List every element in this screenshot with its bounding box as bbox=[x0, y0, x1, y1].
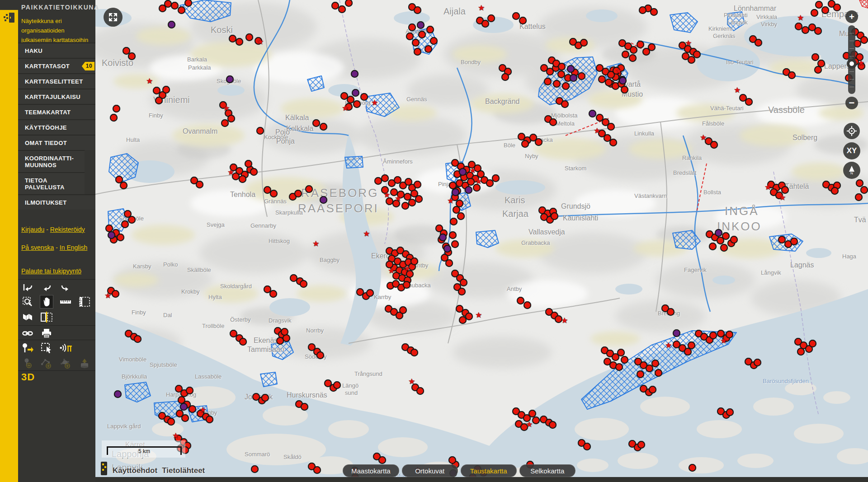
map-data-point[interactable] bbox=[637, 370, 644, 378]
sidebar-item-k-ytt-ohje[interactable]: KÄYTTÖOHJE bbox=[18, 119, 95, 135]
map-data-point[interactable] bbox=[720, 244, 728, 252]
map-data-point[interactable] bbox=[449, 231, 457, 239]
add-marker-button[interactable] bbox=[21, 342, 34, 354]
map-data-point[interactable] bbox=[814, 66, 822, 74]
map-data-point[interactable] bbox=[637, 41, 644, 48]
map-data-point[interactable] bbox=[788, 71, 796, 79]
terms-of-use-link[interactable]: Käyttöehdot bbox=[113, 466, 157, 476]
fullscreen-button[interactable] bbox=[104, 8, 123, 27]
map-data-point[interactable] bbox=[294, 190, 302, 197]
map-data-point[interactable] bbox=[630, 46, 637, 54]
map-data-point[interactable] bbox=[650, 8, 658, 16]
map-star-point[interactable]: ★ bbox=[858, 59, 864, 67]
map-data-point[interactable] bbox=[730, 236, 738, 243]
zoom-in-button[interactable]: + bbox=[845, 10, 858, 23]
map-data-point[interactable] bbox=[426, 26, 434, 33]
map-data-point[interactable] bbox=[860, 186, 868, 194]
map-data-point[interactable] bbox=[459, 316, 467, 324]
map-data-point[interactable] bbox=[261, 394, 269, 402]
map-data-point[interactable] bbox=[301, 403, 308, 411]
map-data-point[interactable] bbox=[667, 308, 675, 316]
map-data-point[interactable] bbox=[450, 218, 458, 225]
map-data-point[interactable] bbox=[619, 77, 627, 84]
map-data-point[interactable] bbox=[629, 54, 637, 62]
map-data-point[interactable] bbox=[366, 289, 374, 297]
map-data-point[interactable] bbox=[501, 73, 509, 81]
map-data-point[interactable] bbox=[443, 245, 451, 253]
map-data-point[interactable] bbox=[406, 33, 414, 40]
map-star-point[interactable]: ★ bbox=[388, 267, 395, 275]
basemap-button-selkokartta[interactable]: Selkokartta bbox=[519, 464, 576, 477]
map-data-point[interactable] bbox=[226, 75, 234, 83]
english-language-link[interactable]: In English bbox=[60, 244, 87, 251]
map-data-point[interactable] bbox=[561, 100, 569, 108]
map-star-point[interactable]: ★ bbox=[734, 86, 741, 94]
map-data-point[interactable] bbox=[403, 281, 410, 289]
split-map-tool-button[interactable] bbox=[21, 311, 34, 323]
map-star-point[interactable]: ★ bbox=[383, 191, 390, 199]
map-data-point[interactable] bbox=[270, 190, 278, 197]
map-data-point[interactable] bbox=[162, 86, 170, 94]
map-data-point[interactable] bbox=[184, 0, 192, 7]
map-data-point[interactable] bbox=[180, 403, 188, 411]
map-data-point[interactable] bbox=[300, 280, 307, 288]
map-star-point[interactable]: ★ bbox=[199, 406, 206, 414]
sidebar-item-ilmoitukset[interactable]: ILMOITUKSET bbox=[18, 194, 95, 210]
map-data-point[interactable] bbox=[451, 240, 459, 248]
map-data-point[interactable] bbox=[415, 195, 423, 203]
draw-line-button[interactable] bbox=[40, 357, 53, 370]
data-sources-link[interactable]: Tietolähteet bbox=[162, 466, 205, 476]
map-data-point[interactable] bbox=[418, 31, 426, 38]
sidebar-item-omat-tiedot[interactable]: OMAT TIEDOT bbox=[18, 135, 95, 150]
map-data-point[interactable] bbox=[414, 48, 421, 56]
map-data-point[interactable] bbox=[726, 408, 734, 416]
map-data-point[interactable] bbox=[781, 186, 789, 194]
map-star-point[interactable]: ★ bbox=[227, 168, 234, 176]
sidebar-item-karttajulkaisu[interactable]: KARTTAJULKAISU bbox=[18, 89, 95, 104]
map-star-point[interactable]: ★ bbox=[526, 421, 533, 428]
map-data-point[interactable] bbox=[320, 123, 327, 131]
map-data-point[interactable] bbox=[745, 98, 753, 106]
map-data-point[interactable] bbox=[239, 175, 246, 183]
sidebar-item-teemakartat[interactable]: TEEMAKARTAT bbox=[18, 104, 95, 119]
map-data-point[interactable] bbox=[412, 39, 420, 47]
coordinates-xy-button[interactable]: XY bbox=[843, 142, 860, 159]
zoom-out-button[interactable]: − bbox=[845, 97, 858, 109]
sidebar-item-koordinaatti-muunnos[interactable]: KOORDINAATTI-MUUNNOS bbox=[18, 150, 85, 172]
map-data-point[interactable] bbox=[245, 160, 252, 168]
map-data-point[interactable] bbox=[196, 181, 203, 188]
map-data-point[interactable] bbox=[492, 174, 500, 182]
swedish-language-link[interactable]: På svenska bbox=[21, 244, 54, 251]
map-star-point[interactable]: ★ bbox=[312, 240, 319, 248]
map-data-point[interactable] bbox=[206, 416, 213, 423]
3d-view-button[interactable]: 3D bbox=[21, 371, 35, 383]
map-data-point[interactable] bbox=[399, 306, 407, 314]
map-data-point[interactable] bbox=[688, 342, 695, 349]
map-data-point[interactable] bbox=[250, 168, 258, 176]
redo-button[interactable] bbox=[59, 281, 72, 294]
map-data-point[interactable] bbox=[316, 351, 324, 359]
map-data-point[interactable] bbox=[417, 21, 425, 29]
map-data-point[interactable] bbox=[351, 70, 359, 78]
map-star-point[interactable]: ★ bbox=[700, 134, 707, 141]
map-data-point[interactable] bbox=[360, 93, 368, 101]
map-star-point[interactable]: ★ bbox=[561, 317, 568, 324]
map-data-point[interactable] bbox=[256, 127, 264, 135]
map-data-point[interactable] bbox=[221, 119, 229, 127]
map-data-point[interactable] bbox=[178, 6, 185, 14]
map-star-point[interactable]: ★ bbox=[764, 183, 771, 191]
map-data-point[interactable] bbox=[856, 179, 863, 187]
sidebar-item-haku[interactable]: HAKU bbox=[18, 42, 95, 58]
map-star-point[interactable]: ★ bbox=[594, 127, 600, 135]
draw-area-button[interactable] bbox=[59, 357, 72, 370]
map-data-point[interactable] bbox=[114, 390, 122, 398]
map-data-point[interactable] bbox=[481, 20, 489, 28]
map-data-point[interactable] bbox=[710, 141, 718, 149]
map-data-point[interactable] bbox=[815, 1, 823, 9]
map-data-point[interactable] bbox=[570, 74, 577, 82]
map-data-point[interactable] bbox=[452, 188, 459, 196]
map-data-point[interactable] bbox=[305, 185, 313, 193]
map-data-point[interactable] bbox=[673, 329, 680, 337]
map-data-point[interactable] bbox=[860, 36, 868, 44]
map-data-point[interactable] bbox=[651, 360, 659, 367]
